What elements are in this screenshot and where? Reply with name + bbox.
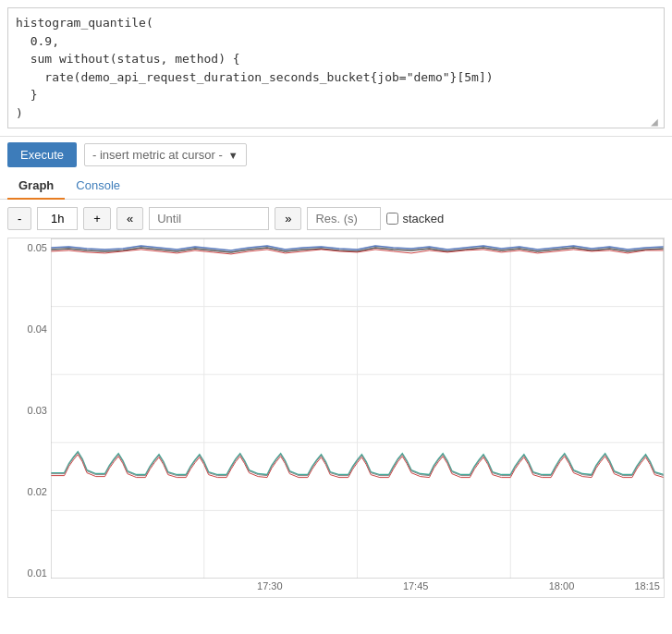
graph-controls: - + « » stacked (0, 200, 672, 238)
y-label-001: 0.01 (28, 567, 47, 579)
stacked-label-text: stacked (402, 212, 444, 226)
tab-console[interactable]: Console (65, 173, 131, 200)
metric-select-label: - insert metric at cursor - (92, 148, 223, 162)
y-label-005: 0.05 (28, 242, 47, 253)
y-label-004: 0.04 (28, 323, 47, 335)
query-editor[interactable]: histogram_quantile( 0.9, sum without(sta… (7, 7, 665, 128)
query-text: histogram_quantile( 0.9, sum without(sta… (16, 14, 656, 122)
chart-svg (51, 238, 664, 579)
forward-button[interactable]: » (275, 207, 301, 230)
stacked-checkbox[interactable] (386, 213, 398, 225)
graph-container: 0.05 0.04 0.03 0.02 0.01 (7, 238, 665, 598)
tab-graph[interactable]: Graph (7, 173, 65, 200)
stacked-checkbox-label[interactable]: stacked (386, 212, 444, 226)
rewind-button[interactable]: « (116, 207, 143, 230)
execute-button[interactable]: Execute (7, 142, 77, 167)
decrease-time-button[interactable]: - (7, 207, 31, 230)
y-axis: 0.05 0.04 0.03 0.02 0.01 (8, 238, 51, 579)
y-label-003: 0.03 (28, 405, 47, 416)
resize-handle[interactable]: ◢ (651, 115, 664, 128)
time-range-input[interactable] (37, 207, 78, 230)
chart-area (51, 238, 664, 579)
x-label-empty (51, 580, 197, 595)
increase-time-button[interactable]: + (83, 207, 111, 230)
x-label-1800: 18:00 (489, 580, 635, 595)
toolbar: Execute - insert metric at cursor - ▼ (0, 136, 672, 173)
x-label-1815: 18:15 (634, 580, 664, 595)
until-input[interactable] (149, 207, 269, 230)
dropdown-arrow-icon: ▼ (228, 150, 238, 161)
x-label-1745: 17:45 (343, 580, 489, 595)
x-label-1730: 17:30 (197, 580, 343, 595)
x-axis: 17:30 17:45 18:00 18:15 (51, 579, 664, 597)
metric-select-dropdown[interactable]: - insert metric at cursor - ▼ (84, 143, 247, 166)
resolution-input[interactable] (307, 207, 381, 230)
y-label-002: 0.02 (28, 486, 47, 497)
tabs-bar: Graph Console (0, 173, 672, 200)
